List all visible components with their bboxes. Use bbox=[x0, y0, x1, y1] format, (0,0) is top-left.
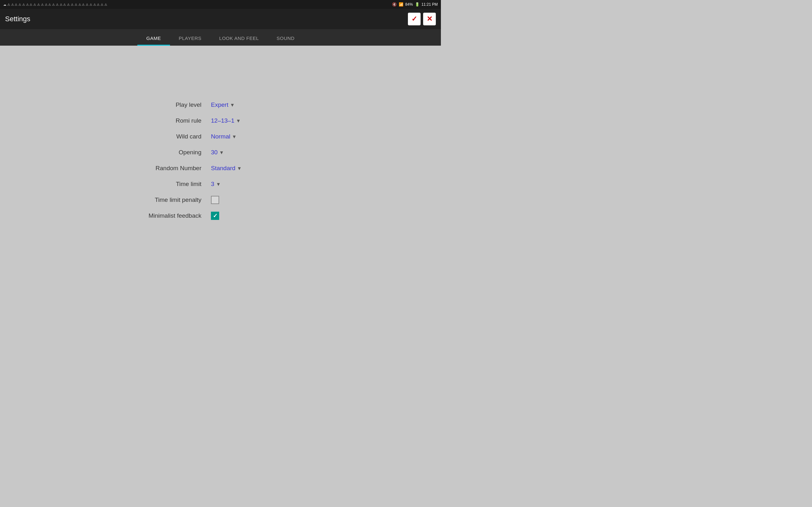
setting-row-minimalist-feedback: Minimalist feedback ✓ bbox=[109, 208, 332, 224]
close-icon: ✕ bbox=[426, 15, 432, 23]
control-opening: 30 ▾ bbox=[211, 149, 300, 156]
label-time-limit: Time limit bbox=[109, 181, 211, 187]
value-wild-card: Normal bbox=[211, 133, 230, 140]
label-opening: Opening bbox=[109, 149, 211, 156]
tab-sound[interactable]: SOUND bbox=[268, 31, 304, 46]
value-random-number: Standard bbox=[211, 165, 235, 172]
tab-bar: GAME PLAYERS LOOK AND FEEL SOUND bbox=[0, 29, 441, 46]
dropdown-wild-card[interactable]: Normal ▾ bbox=[211, 133, 236, 140]
settings-form: Play level Expert ▾ Romi rule 12–13–1 ▾ … bbox=[109, 97, 332, 224]
page-title: Settings bbox=[5, 15, 31, 23]
setting-row-time-limit: Time limit 3 ▾ bbox=[109, 176, 332, 192]
control-wild-card: Normal ▾ bbox=[211, 133, 300, 140]
chevron-down-icon: ▾ bbox=[220, 149, 223, 156]
label-time-limit-penalty: Time limit penalty bbox=[109, 196, 211, 204]
chevron-down-icon: ▾ bbox=[237, 117, 240, 124]
control-romi-rule: 12–13–1 ▾ bbox=[211, 117, 300, 124]
dropdown-time-limit[interactable]: 3 ▾ bbox=[211, 181, 220, 187]
checkbox-container-time-limit-penalty bbox=[211, 196, 219, 204]
setting-row-wild-card: Wild card Normal ▾ bbox=[109, 129, 332, 145]
wifi-icon: 📶 bbox=[399, 2, 403, 7]
control-time-limit-penalty bbox=[211, 196, 300, 204]
clock: 11:21 PM bbox=[421, 2, 438, 7]
check-icon: ✓ bbox=[411, 15, 417, 23]
label-minimalist-feedback: Minimalist feedback bbox=[109, 212, 211, 219]
value-opening: 30 bbox=[211, 149, 217, 156]
control-minimalist-feedback: ✓ bbox=[211, 212, 300, 220]
setting-row-play-level: Play level Expert ▾ bbox=[109, 97, 332, 113]
control-random-number: Standard ▾ bbox=[211, 165, 300, 172]
notification-icons: ☁ ⚠ ⚠ ⚠ ⚠ ⚠ ⚠ ⚠ ⚠ ⚠ ⚠ ⚠ ⚠ ⚠ ⚠ ⚠ ⚠ ⚠ ⚠ ⚠ … bbox=[3, 3, 107, 6]
label-play-level: Play level bbox=[109, 101, 211, 108]
label-random-number: Random Number bbox=[109, 165, 211, 172]
value-time-limit: 3 bbox=[211, 181, 214, 187]
chevron-down-icon: ▾ bbox=[238, 165, 241, 172]
checkbox-minimalist-feedback[interactable]: ✓ bbox=[211, 212, 219, 220]
status-bar: ☁ ⚠ ⚠ ⚠ ⚠ ⚠ ⚠ ⚠ ⚠ ⚠ ⚠ ⚠ ⚠ ⚠ ⚠ ⚠ ⚠ ⚠ ⚠ ⚠ … bbox=[0, 0, 441, 9]
label-romi-rule: Romi rule bbox=[109, 117, 211, 124]
chevron-down-icon: ▾ bbox=[231, 101, 234, 108]
chevron-down-icon: ▾ bbox=[233, 133, 236, 140]
status-right: 🔇 📶 84% 🔋 11:21 PM bbox=[392, 2, 438, 7]
tab-look-and-feel[interactable]: LOOK AND FEEL bbox=[210, 31, 268, 46]
app-bar: Settings ✓ ✕ bbox=[0, 9, 441, 29]
value-play-level: Expert bbox=[211, 101, 229, 108]
control-time-limit: 3 ▾ bbox=[211, 181, 300, 187]
dropdown-play-level[interactable]: Expert ▾ bbox=[211, 101, 234, 108]
tab-players[interactable]: PLAYERS bbox=[170, 31, 211, 46]
setting-row-time-limit-penalty: Time limit penalty bbox=[109, 192, 332, 208]
dropdown-opening[interactable]: 30 ▾ bbox=[211, 149, 223, 156]
setting-row-romi-rule: Romi rule 12–13–1 ▾ bbox=[109, 113, 332, 129]
value-romi-rule: 12–13–1 bbox=[211, 117, 235, 124]
battery-icon: 🔋 bbox=[415, 2, 420, 7]
setting-row-random-number: Random Number Standard ▾ bbox=[109, 160, 332, 176]
confirm-button[interactable]: ✓ bbox=[408, 13, 420, 25]
chevron-down-icon: ▾ bbox=[217, 181, 220, 187]
checkmark-icon: ✓ bbox=[213, 212, 217, 219]
dropdown-romi-rule[interactable]: 12–13–1 ▾ bbox=[211, 117, 240, 124]
dropdown-random-number[interactable]: Standard ▾ bbox=[211, 165, 241, 172]
checkbox-time-limit-penalty[interactable] bbox=[211, 196, 219, 204]
control-play-level: Expert ▾ bbox=[211, 101, 300, 108]
label-wild-card: Wild card bbox=[109, 133, 211, 140]
mute-icon: 🔇 bbox=[392, 2, 397, 7]
setting-row-opening: Opening 30 ▾ bbox=[109, 145, 332, 160]
checkbox-container-minimalist-feedback: ✓ bbox=[211, 212, 219, 220]
main-content: Play level Expert ▾ Romi rule 12–13–1 ▾ … bbox=[0, 46, 441, 275]
battery-level: 84% bbox=[405, 2, 413, 7]
cancel-button[interactable]: ✕ bbox=[423, 13, 436, 25]
app-bar-actions: ✓ ✕ bbox=[408, 13, 436, 25]
tab-game[interactable]: GAME bbox=[137, 31, 170, 46]
status-left: ☁ ⚠ ⚠ ⚠ ⚠ ⚠ ⚠ ⚠ ⚠ ⚠ ⚠ ⚠ ⚠ ⚠ ⚠ ⚠ ⚠ ⚠ ⚠ ⚠ … bbox=[3, 3, 107, 6]
